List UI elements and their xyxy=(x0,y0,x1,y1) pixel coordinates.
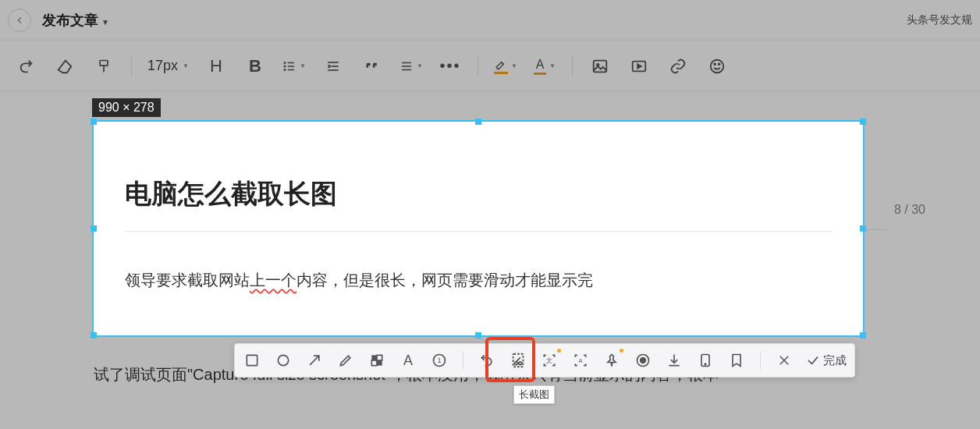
quote-button[interactable] xyxy=(360,55,384,78)
svg-line-22 xyxy=(310,356,319,365)
resize-handle-b[interactable] xyxy=(475,332,481,339)
indent-button[interactable] xyxy=(321,55,345,78)
svg-point-18 xyxy=(714,63,715,65)
resize-handle-bl[interactable] xyxy=(91,332,97,339)
svg-point-21 xyxy=(278,355,288,365)
svg-text:文: 文 xyxy=(546,356,552,364)
article-title-in-selection: 电脑怎么截取长图 xyxy=(125,176,337,212)
svg-point-6 xyxy=(284,69,286,70)
separator xyxy=(131,56,132,76)
screenshot-toolbar: A 1 文 A 完成 xyxy=(234,343,855,378)
pencil-tool-button[interactable] xyxy=(336,351,355,370)
align-button[interactable]: ▼ xyxy=(399,55,423,78)
pin-tool-button[interactable] xyxy=(602,351,621,370)
cancel-button[interactable] xyxy=(775,351,794,370)
svg-rect-24 xyxy=(377,360,382,366)
svg-point-35 xyxy=(641,358,646,363)
ellipse-tool-button[interactable] xyxy=(274,351,293,370)
text-color-button[interactable]: A▼ xyxy=(533,55,556,78)
svg-rect-20 xyxy=(247,355,257,365)
share-button[interactable] xyxy=(696,351,715,370)
bold-button[interactable]: B xyxy=(243,55,267,78)
caret-down-icon: ▼ xyxy=(417,62,423,69)
more-button[interactable]: ••• xyxy=(439,55,462,78)
highlight-color-button[interactable]: ▼ xyxy=(494,55,517,78)
svg-point-19 xyxy=(719,63,720,65)
eraser-button[interactable] xyxy=(53,55,76,78)
highlight-box xyxy=(485,337,535,382)
ocr-tool-button[interactable]: 文 xyxy=(540,351,559,370)
rect-tool-button[interactable] xyxy=(243,351,261,370)
resize-handle-tl[interactable] xyxy=(91,119,97,125)
tooltip: 长截图 xyxy=(513,385,555,404)
download-button[interactable] xyxy=(665,351,684,370)
video-button[interactable] xyxy=(627,55,651,78)
svg-text:A: A xyxy=(578,357,582,364)
divider xyxy=(125,231,832,232)
svg-rect-0 xyxy=(100,60,108,66)
svg-text:1: 1 xyxy=(437,356,441,364)
check-icon xyxy=(806,353,820,367)
character-counter: 8 / 30 xyxy=(894,203,925,217)
indicator-dot xyxy=(557,349,561,353)
list-button[interactable]: ▼ xyxy=(282,55,306,78)
svg-rect-25 xyxy=(377,355,382,360)
image-button[interactable] xyxy=(588,55,612,78)
page-title-dropdown[interactable]: 发布文章▼ xyxy=(42,11,109,30)
indicator-dot xyxy=(620,349,623,353)
separator xyxy=(572,56,573,76)
separator xyxy=(463,351,463,370)
resize-handle-br[interactable] xyxy=(860,332,866,339)
help-link[interactable]: 头条号发文规 xyxy=(907,13,972,27)
emoji-button[interactable] xyxy=(705,55,729,78)
number-tool-button[interactable]: 1 xyxy=(430,351,449,370)
editor-toolbar: 17px▼ H B ▼ ▼ ••• ▼ A▼ xyxy=(0,41,980,92)
format-painter-button[interactable] xyxy=(92,55,115,78)
svg-point-37 xyxy=(705,363,706,365)
bookmark-button[interactable] xyxy=(727,351,746,370)
svg-point-17 xyxy=(711,59,724,73)
redo-button[interactable] xyxy=(14,55,37,78)
caret-down-icon: ▼ xyxy=(101,18,109,27)
svg-point-5 xyxy=(284,66,286,67)
link-button[interactable] xyxy=(666,55,690,78)
caret-down-icon: ▼ xyxy=(300,62,306,69)
heading-button[interactable]: H xyxy=(204,55,228,78)
resize-handle-r[interactable] xyxy=(860,225,866,232)
resize-handle-t[interactable] xyxy=(475,119,481,125)
screenshot-selection[interactable]: 电脑怎么截取长图 领导要求截取网站上一个内容，但是很长，网页需要滑动才能显示完 xyxy=(92,120,865,337)
font-size-select[interactable]: 17px▼ xyxy=(147,58,189,74)
done-button[interactable]: 完成 xyxy=(806,353,847,368)
text-tool-button[interactable]: A xyxy=(399,351,417,370)
arrow-tool-button[interactable] xyxy=(305,351,324,370)
separator xyxy=(760,351,761,370)
svg-marker-16 xyxy=(637,64,641,69)
separator xyxy=(478,56,478,76)
translate-tool-button[interactable]: A xyxy=(571,351,590,370)
caret-down-icon: ▼ xyxy=(549,62,556,69)
resize-handle-l[interactable] xyxy=(91,225,97,232)
svg-rect-13 xyxy=(594,60,607,72)
svg-rect-23 xyxy=(371,355,377,360)
back-button[interactable] xyxy=(8,9,31,32)
caret-down-icon: ▼ xyxy=(183,62,189,69)
selection-size-badge: 990 × 278 xyxy=(92,98,161,117)
paragraph-in-selection: 领导要求截取网站上一个内容，但是很长，网页需要滑动才能显示完 xyxy=(125,270,593,291)
svg-point-4 xyxy=(284,62,286,63)
record-tool-button[interactable] xyxy=(634,351,652,370)
resize-handle-tr[interactable] xyxy=(860,119,866,125)
topbar: 发布文章▼ 头条号发文规 xyxy=(0,0,980,41)
caret-down-icon: ▼ xyxy=(511,62,517,69)
page-title-text: 发布文章 xyxy=(42,12,98,28)
svg-rect-26 xyxy=(371,360,377,366)
mosaic-tool-button[interactable] xyxy=(368,351,386,370)
